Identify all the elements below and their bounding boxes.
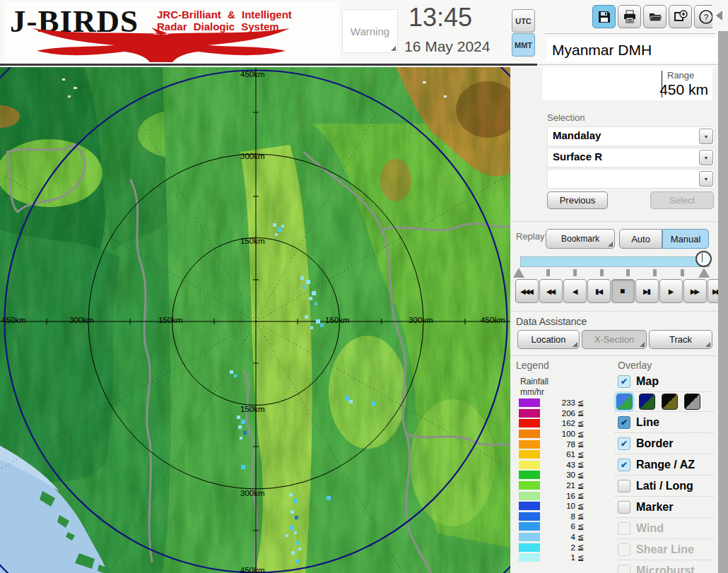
chevron-down-icon[interactable]: ▼ xyxy=(699,171,713,187)
select-button[interactable]: Select xyxy=(650,191,714,209)
clock-time: 13:45 xyxy=(409,3,472,33)
legend-scale: 233≦206≦162≦100≦78≦61≦43≦30≦21≦16≦10≦8≦6… xyxy=(519,398,611,563)
legend-operator: ≦ xyxy=(577,553,584,562)
manual-button[interactable]: Manual xyxy=(662,229,709,249)
replay-end-marker[interactable] xyxy=(698,268,710,278)
overlay-item-label: Line xyxy=(636,416,659,429)
replay-label: Replay xyxy=(516,231,544,242)
divider xyxy=(510,311,718,312)
rewind-double-button[interactable]: ◀◀ xyxy=(539,279,563,303)
chevron-down-icon[interactable]: ▼ xyxy=(699,150,713,165)
radar-echo xyxy=(243,431,247,435)
divider xyxy=(510,355,718,356)
overlay-item-border[interactable]: ✔Border xyxy=(615,432,714,454)
legend-value: 162 xyxy=(543,419,575,427)
checkbox[interactable]: ✔ xyxy=(618,375,630,388)
checkbox[interactable]: ✔ xyxy=(618,437,630,450)
replay-tick xyxy=(681,269,684,276)
radar-echo xyxy=(230,370,233,374)
location-button[interactable]: Location xyxy=(517,330,580,349)
legend-swatch xyxy=(519,553,540,562)
product-dropdown[interactable]: Surface R ▼ xyxy=(547,148,715,167)
save-button[interactable] xyxy=(592,5,616,28)
checkbox xyxy=(618,565,630,573)
radar-echo xyxy=(241,465,245,469)
overlay-item-line[interactable]: ✔Line xyxy=(615,411,714,432)
replay-slider-handle[interactable] xyxy=(695,251,712,267)
overlay-item-wind[interactable]: Wind xyxy=(615,517,714,538)
checkbox[interactable]: ✔ xyxy=(618,459,630,471)
open-folder-button[interactable] xyxy=(643,5,667,28)
playback-controls: ◀◀◀◀◀◀▮◀■▶▮▶▶▶▶▶▶ xyxy=(515,279,728,303)
radar-echo xyxy=(295,516,298,519)
replay-slider-track[interactable] xyxy=(520,256,710,267)
legend-value: 206 xyxy=(543,409,575,418)
overlay-item-label: Map xyxy=(636,375,659,388)
forward-double-button[interactable]: ▶▶ xyxy=(683,279,707,303)
add-image-button[interactable] xyxy=(669,5,692,28)
utc-button[interactable]: UTC xyxy=(512,9,535,33)
map-style-black-olive[interactable] xyxy=(662,394,678,410)
overlay-item-label: Border xyxy=(636,437,673,450)
auto-button[interactable]: Auto xyxy=(619,229,662,249)
legend-operator: ≦ xyxy=(577,408,584,418)
legend-swatch xyxy=(519,522,540,531)
overlay-item-marker[interactable]: Marker xyxy=(615,496,714,517)
site-dropdown[interactable]: Mandalay ▼ xyxy=(547,126,715,146)
radar-map[interactable]: 450km300km150km150km300km450km450km300km… xyxy=(0,67,510,573)
radar-echo xyxy=(293,499,298,503)
checkbox xyxy=(618,543,630,556)
mmt-button[interactable]: MMT xyxy=(512,33,535,57)
radar-echo xyxy=(303,285,306,289)
track-button[interactable]: Track xyxy=(649,330,712,349)
extra-dropdown[interactable]: ▼ xyxy=(547,169,715,189)
panel-collapse-tab[interactable] xyxy=(712,0,728,31)
overlay-item-shear-line[interactable]: Shear Line xyxy=(615,538,714,560)
legend-swatch xyxy=(519,471,540,479)
panel-scroll-strip[interactable] xyxy=(718,0,728,573)
radar-echo xyxy=(238,425,242,429)
replay-tick xyxy=(546,269,550,276)
legend-row: 1≦ xyxy=(519,553,611,563)
legend-value: 43 xyxy=(543,461,575,469)
chevron-down-icon[interactable]: ▼ xyxy=(699,129,713,144)
step-first-button[interactable]: ▮◀ xyxy=(587,279,611,303)
rewind-triple-button[interactable]: ◀◀◀ xyxy=(515,279,539,303)
overlay-item-label: Range / AZ xyxy=(636,459,695,471)
legend-swatch xyxy=(519,533,540,541)
previous-button[interactable]: Previous xyxy=(547,191,608,209)
range-ring-label: 300km xyxy=(240,152,265,160)
map-style-black-gray[interactable] xyxy=(684,394,700,410)
overlay-item-map[interactable]: ✔Map xyxy=(615,371,714,391)
replay-start-marker[interactable] xyxy=(513,268,524,278)
stop-button[interactable]: ■ xyxy=(611,279,635,303)
overlay-item-label: Marker xyxy=(636,501,673,514)
overlay-item-label: Lati / Long xyxy=(636,480,693,492)
play-reverse-button[interactable]: ◀ xyxy=(563,279,587,303)
bookmark-button[interactable]: Bookmark xyxy=(546,229,615,249)
range-ring-label: 450km xyxy=(240,70,265,78)
legend-swatch xyxy=(519,492,540,500)
overlay-item-range-az[interactable]: ✔Range / AZ xyxy=(615,454,714,475)
overlay-item-microburst[interactable]: Microburst xyxy=(615,560,714,573)
overlay-item-lati-long[interactable]: Lati / Long xyxy=(615,475,714,496)
map-style-blue-green[interactable] xyxy=(616,394,633,410)
legend-operator: ≦ xyxy=(577,512,584,521)
x-section-button[interactable]: X-Section xyxy=(582,330,647,349)
legend-row: 162≦ xyxy=(519,418,611,429)
checkbox[interactable] xyxy=(618,501,630,514)
eagle-icon xyxy=(13,27,295,62)
play-button[interactable]: ▶ xyxy=(659,279,683,303)
radar-echo xyxy=(327,496,331,500)
divider xyxy=(537,64,728,65)
step-last-button[interactable]: ▶▮ xyxy=(635,279,659,303)
print-button[interactable] xyxy=(618,5,641,28)
checkbox[interactable]: ✔ xyxy=(618,416,630,429)
legend-swatch xyxy=(519,409,540,418)
checkbox[interactable] xyxy=(618,480,630,492)
map-style-navy-green[interactable] xyxy=(639,394,655,410)
legend-row: 8≦ xyxy=(519,512,611,522)
legend-operator: ≦ xyxy=(577,481,584,490)
warning-button[interactable]: Warning xyxy=(342,9,398,53)
divider xyxy=(0,64,537,66)
